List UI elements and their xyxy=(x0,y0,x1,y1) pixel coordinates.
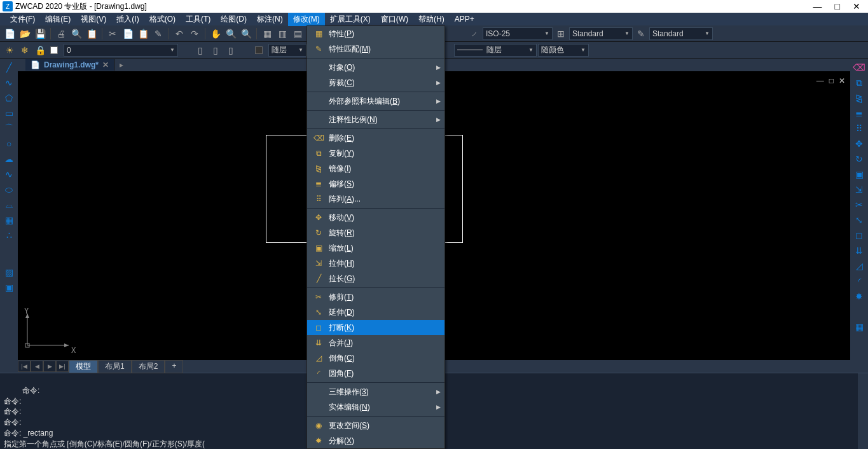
fillet-tool-icon[interactable]: ◜ xyxy=(853,275,865,287)
region-tool-icon[interactable]: ▣ xyxy=(3,281,15,294)
menu-item[interactable]: ⧉复制(Y) xyxy=(307,146,444,161)
menu-item[interactable]: ≣偏移(S) xyxy=(307,176,444,191)
join-tool-icon[interactable]: ⇊ xyxy=(853,244,865,257)
properties-icon[interactable]: ▦ xyxy=(260,27,274,41)
window-minimize-button[interactable]: — xyxy=(813,1,822,11)
menu-item[interactable]: 工具(T) xyxy=(181,13,216,26)
menu-item[interactable]: ⌫删除(E) xyxy=(307,130,444,146)
menu-item[interactable]: ╱拉长(G) xyxy=(307,271,444,286)
menu-item[interactable]: 实体编辑(N)▶ xyxy=(307,399,444,415)
menu-item[interactable]: 外部参照和块编辑(B)▶ xyxy=(307,93,444,109)
arc-tool-icon[interactable]: ⌒ xyxy=(3,122,15,135)
menu-item[interactable]: 帮助(H) xyxy=(413,13,450,26)
close-tab-icon[interactable]: ✕ xyxy=(102,60,109,69)
layer-freeze-icon[interactable]: ❄ xyxy=(18,43,32,57)
redo-icon[interactable]: ↷ xyxy=(188,27,202,41)
model-layout-tab[interactable]: + xyxy=(165,360,183,373)
menu-item[interactable]: ✥移动(V) xyxy=(307,210,444,225)
design-center-icon[interactable]: ▥ xyxy=(275,27,289,41)
viewport-close-button[interactable]: ✕ xyxy=(839,76,845,85)
menu-item[interactable]: ⇊合并(J) xyxy=(307,335,444,350)
extend-tool-icon[interactable]: ⤡ xyxy=(853,214,865,226)
array-tool-icon[interactable]: ⠿ xyxy=(853,122,865,135)
menu-item[interactable]: ◻打断(K) xyxy=(307,320,444,335)
open-icon[interactable]: 📂 xyxy=(18,27,32,41)
save-icon[interactable]: 💾 xyxy=(33,27,47,41)
model-layout-tab[interactable]: 布局1 xyxy=(98,360,132,373)
rectangle-tool-icon[interactable]: ▭ xyxy=(3,107,15,120)
layer-color-icon[interactable] xyxy=(48,43,62,57)
erase-tool-icon[interactable]: ⌫ xyxy=(853,61,865,74)
block-tool-icon[interactable]: ▦ xyxy=(3,214,15,226)
menu-item[interactable]: 三维操作(3)▶ xyxy=(307,384,444,399)
menu-item[interactable]: ⇲拉伸(H) xyxy=(307,256,444,271)
menu-item[interactable]: 插入(I) xyxy=(111,13,144,26)
textstyle2-icon[interactable]: ✎ xyxy=(634,27,648,41)
window-maximize-button[interactable]: □ xyxy=(835,1,840,11)
layer-lock-icon[interactable]: 🔒 xyxy=(33,43,47,57)
viewport-maximize-button[interactable]: □ xyxy=(829,76,834,85)
new-icon[interactable]: 📄 xyxy=(3,27,17,41)
explode-tool-icon[interactable]: ✸ xyxy=(853,290,865,303)
layer-combo[interactable]: 0 ▼ xyxy=(64,44,178,57)
menu-item[interactable]: ↻旋转(R) xyxy=(307,225,444,240)
cloud-tool-icon[interactable]: ☁ xyxy=(3,153,15,165)
menu-item[interactable]: 剪裁(C)▶ xyxy=(307,75,444,90)
menu-item[interactable]: ▦特性(P) xyxy=(307,26,444,41)
menu-item[interactable]: ⠿阵列(A)... xyxy=(307,191,444,207)
menu-item[interactable]: 窗口(W) xyxy=(376,13,413,26)
menu-item[interactable]: ⧎镜像(I) xyxy=(307,161,444,176)
linecolor-combo[interactable]: 随层 ▼ xyxy=(268,44,307,57)
menu-item[interactable]: ◜圆角(F) xyxy=(307,366,444,381)
lt-icon1[interactable]: ▯ xyxy=(193,43,207,57)
dim-leader-icon[interactable]: ⟋ xyxy=(467,27,481,41)
menu-item[interactable]: 格式(O) xyxy=(144,13,181,26)
offset-tool-icon[interactable]: ≣ xyxy=(853,107,865,120)
textstyle-icon[interactable]: ⊞ xyxy=(554,27,568,41)
model-tab-nav-button[interactable]: ▶ xyxy=(43,361,56,372)
circle-tool-icon[interactable]: ○ xyxy=(3,137,15,150)
spline-tool-icon[interactable]: ∿ xyxy=(3,168,15,181)
trim-tool-icon[interactable]: ✂ xyxy=(853,198,865,211)
model-tab-nav-button[interactable]: ▶| xyxy=(56,361,69,372)
ellipse-tool-icon[interactable]: ⬭ xyxy=(3,183,15,196)
print-icon[interactable]: 🖨 xyxy=(54,27,68,41)
chamfer-tool-icon[interactable]: ◿ xyxy=(853,259,865,272)
paste-icon[interactable]: 📋 xyxy=(136,27,150,41)
model-tab-nav-button[interactable]: ◀ xyxy=(31,361,43,372)
lt-icon3[interactable]: ▯ xyxy=(224,43,238,57)
lt-icon4[interactable] xyxy=(253,43,267,57)
extra-tool-icon[interactable]: ▦ xyxy=(853,321,865,333)
zoom-prev-icon[interactable]: 🔍 xyxy=(239,27,253,41)
stretch-tool-icon[interactable]: ⇲ xyxy=(853,183,865,196)
window-close-button[interactable]: ✕ xyxy=(853,1,860,11)
menu-item[interactable]: 扩展工具(X) xyxy=(325,13,376,26)
lt-icon2[interactable]: ▯ xyxy=(209,43,223,57)
print-preview-icon[interactable]: 🔍 xyxy=(69,27,83,41)
copy-tool-icon[interactable]: ⧉ xyxy=(853,76,865,89)
publish-icon[interactable]: 📋 xyxy=(85,27,99,41)
menu-item[interactable]: 对象(O)▶ xyxy=(307,60,444,75)
menu-item[interactable]: 注释性比例(N)▶ xyxy=(307,112,444,127)
mirror-tool-icon[interactable]: ⧎ xyxy=(853,92,865,104)
textstyle1-combo[interactable]: Standard ▼ xyxy=(569,27,633,40)
menu-item[interactable]: ✂修剪(T) xyxy=(307,289,444,305)
model-layout-tab[interactable]: 模型 xyxy=(69,360,98,373)
textstyle2-combo[interactable]: Standard ▼ xyxy=(649,27,713,40)
tool-palette-icon[interactable]: ▤ xyxy=(291,27,305,41)
ellipse-arc-tool-icon[interactable]: ⌓ xyxy=(3,198,15,211)
menu-item[interactable]: ⤡延伸(D) xyxy=(307,305,444,320)
menu-item[interactable]: 修改(M) xyxy=(288,13,325,26)
zoom-icon[interactable]: 🔍 xyxy=(224,27,238,41)
menu-item[interactable]: 绘图(D) xyxy=(216,13,252,26)
rotate-tool-icon[interactable]: ↻ xyxy=(853,153,865,165)
undo-icon[interactable]: ↶ xyxy=(172,27,186,41)
menu-item[interactable]: 编辑(E) xyxy=(40,13,76,26)
line-tool-icon[interactable]: ╱ xyxy=(3,61,15,74)
layer-sun-icon[interactable]: ☀ xyxy=(3,43,17,57)
model-layout-tab[interactable]: 布局2 xyxy=(132,360,165,373)
break-tool-icon[interactable]: ◻ xyxy=(853,229,865,242)
cut-icon[interactable]: ✂ xyxy=(106,27,120,41)
scale-tool-icon[interactable]: ▣ xyxy=(853,168,865,181)
linetype-combo[interactable]: 随层 ▼ xyxy=(454,44,537,57)
